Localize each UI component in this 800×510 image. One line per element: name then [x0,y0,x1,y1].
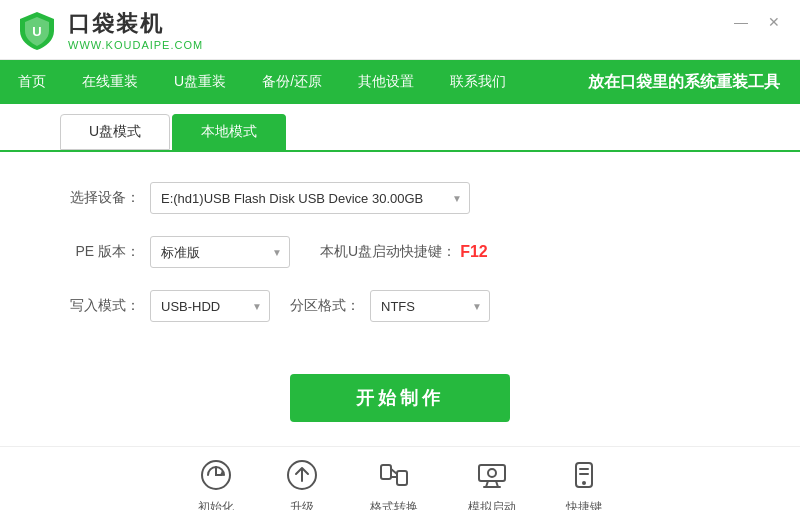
title-bar: U 口袋装机 WWW.KOUDAIPE.COM — ✕ [0,0,800,60]
nav-item-settings[interactable]: 其他设置 [340,60,432,104]
upgrade-label: 升级 [290,499,314,510]
nav-item-home[interactable]: 首页 [0,60,64,104]
nav-item-backup[interactable]: 备份/还原 [244,60,340,104]
write-label: 写入模式： [60,297,140,315]
app-title: 口袋装机 [68,9,203,39]
svg-text:U: U [32,24,41,39]
svg-point-12 [582,481,586,485]
logo-icon: U [16,9,58,51]
window-controls: — ✕ [730,12,784,32]
partition-select[interactable]: NTFS [370,290,490,322]
pe-label: PE 版本： [60,243,140,261]
simulate-label: 模拟启动 [468,499,516,510]
svg-rect-5 [397,471,407,485]
svg-point-10 [488,469,496,477]
tab-local[interactable]: 本地模式 [172,114,286,150]
bottom-icon-shortcut[interactable]: 快捷键 [566,457,602,510]
device-select[interactable]: E:(hd1)USB Flash Disk USB Device 30.00GB [150,182,470,214]
pe-select[interactable]: 标准版 [150,236,290,268]
shortcut-icon [566,457,602,493]
nav-tagline: 放在口袋里的系统重装工具 [588,72,800,93]
format-icon [376,457,412,493]
start-button[interactable]: 开始制作 [290,374,510,422]
nav-item-udisk[interactable]: U盘重装 [156,60,244,104]
partition-label: 分区格式： [290,297,360,315]
bottom-icon-simulate[interactable]: 模拟启动 [468,457,516,510]
bottom-icon-init[interactable]: 初始化 [198,457,234,510]
format-label: 格式转换 [370,499,418,510]
shortcut-key: F12 [460,243,488,261]
write-select-wrapper: USB-HDD [150,290,270,322]
shortcut-label-text: 快捷键 [566,499,602,510]
device-row: 选择设备： E:(hd1)USB Flash Disk USB Device 3… [60,182,740,214]
device-select-wrapper: E:(hd1)USB Flash Disk USB Device 30.00GB [150,182,470,214]
bottom-icon-format[interactable]: 格式转换 [370,457,418,510]
write-select[interactable]: USB-HDD [150,290,270,322]
tab-udisk[interactable]: U盘模式 [60,114,170,150]
init-icon [198,457,234,493]
upgrade-icon [284,457,320,493]
close-button[interactable]: ✕ [764,12,784,32]
nav-item-contact[interactable]: 联系我们 [432,60,524,104]
svg-rect-6 [479,465,505,481]
pe-row: PE 版本： 标准版 本机U盘启动快捷键： F12 [60,236,740,268]
start-btn-row: 开始制作 [0,374,800,422]
bottom-icon-upgrade[interactable]: 升级 [284,457,320,510]
partition-select-wrapper: NTFS [370,290,490,322]
tabs-row: U盘模式 本地模式 [0,104,800,152]
shortcut-label: 本机U盘启动快捷键： [320,243,456,261]
bottom-icons: 初始化 升级 格式转换 [0,446,800,510]
nav-bar: 首页 在线重装 U盘重装 备份/还原 其他设置 联系我们 放在口袋里的系统重装工… [0,60,800,104]
minimize-button[interactable]: — [730,12,752,32]
svg-rect-4 [381,465,391,479]
form-area: 选择设备： E:(hd1)USB Flash Disk USB Device 3… [0,152,800,364]
simulate-icon [474,457,510,493]
logo: U 口袋装机 WWW.KOUDAIPE.COM [16,9,203,51]
main-content: U盘模式 本地模式 选择设备： E:(hd1)USB Flash Disk US… [0,104,800,510]
nav-item-online[interactable]: 在线重装 [64,60,156,104]
write-row: 写入模式： USB-HDD 分区格式： NTFS [60,290,740,322]
nav-items: 首页 在线重装 U盘重装 备份/还原 其他设置 联系我们 [0,60,588,104]
pe-select-wrapper: 标准版 [150,236,290,268]
init-label: 初始化 [198,499,234,510]
logo-text-block: 口袋装机 WWW.KOUDAIPE.COM [68,9,203,51]
device-label: 选择设备： [60,189,140,207]
app-website: WWW.KOUDAIPE.COM [68,39,203,51]
